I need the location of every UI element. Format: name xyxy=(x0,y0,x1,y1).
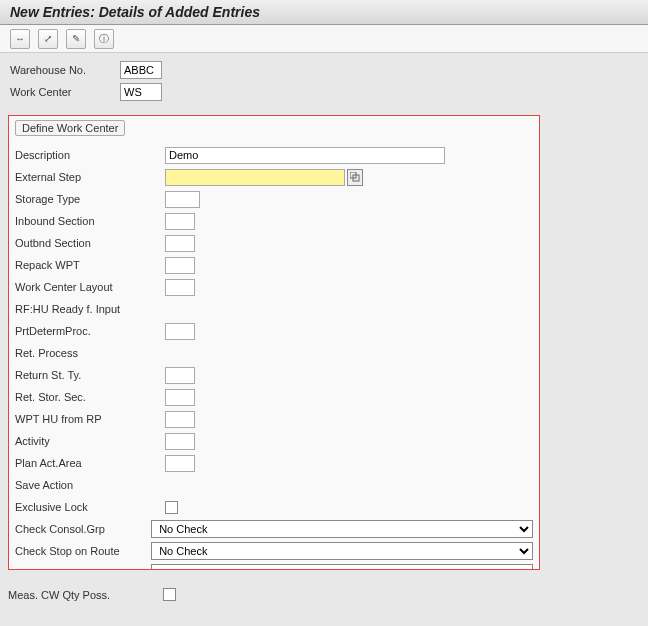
wpt-hu-from-rp-input[interactable] xyxy=(165,411,195,428)
wpt-hu-from-rp-label: WPT HU from RP xyxy=(15,413,165,425)
check-stop-route-label: Check Stop on Route xyxy=(15,545,151,557)
warehouse-label: Warehouse No. xyxy=(10,64,120,76)
exclusive-lock-checkbox[interactable] xyxy=(165,501,178,514)
ret-stor-sec-input[interactable] xyxy=(165,389,195,406)
prtdetermproc-label: PrtDetermProc. xyxy=(15,325,165,337)
workcenter-label: Work Center xyxy=(10,86,120,98)
check-stop-route-select[interactable]: No Check xyxy=(151,542,533,560)
meas-cw-qty-label: Meas. CW Qty Poss. xyxy=(8,589,163,601)
rfhu-ready-label: RF:HU Ready f. Input xyxy=(15,303,165,315)
external-step-input[interactable] xyxy=(165,169,345,186)
description-label: Description xyxy=(15,149,165,161)
return-st-ty-input[interactable] xyxy=(165,367,195,384)
external-step-label: External Step xyxy=(15,171,165,183)
page-title: New Entries: Details of Added Entries xyxy=(0,0,648,25)
search-help-icon[interactable] xyxy=(347,169,363,186)
meas-cw-qty-checkbox[interactable] xyxy=(163,588,176,601)
plan-act-area-label: Plan Act.Area xyxy=(15,457,165,469)
repack-allow-select[interactable]: Repacking Active WT Not Allowed xyxy=(151,564,533,570)
plan-act-area-input[interactable] xyxy=(165,455,195,472)
toolbar-info-button[interactable]: ⓘ xyxy=(94,29,114,49)
exclusive-lock-label: Exclusive Lock xyxy=(15,501,165,513)
toolbar-expand-button[interactable]: ⤢ xyxy=(38,29,58,49)
wc-layout-label: Work Center Layout xyxy=(15,281,165,293)
description-input[interactable] xyxy=(165,147,445,164)
check-consol-grp-label: Check Consol.Grp xyxy=(15,523,151,535)
repack-wpt-input[interactable] xyxy=(165,257,195,274)
toolbar-delimit-button[interactable]: ✎ xyxy=(66,29,86,49)
workcenter-input[interactable] xyxy=(120,83,162,101)
outbnd-section-input[interactable] xyxy=(165,235,195,252)
frame-title: Define Work Center xyxy=(15,120,125,136)
define-work-center-frame: Define Work Center Description External … xyxy=(8,115,540,570)
wc-layout-input[interactable] xyxy=(165,279,195,296)
header-fields: Warehouse No. Work Center xyxy=(0,53,648,109)
inbound-section-input[interactable] xyxy=(165,213,195,230)
activity-input[interactable] xyxy=(165,433,195,450)
storage-type-input[interactable] xyxy=(165,191,200,208)
check-consol-grp-select[interactable]: No Check xyxy=(151,520,533,538)
toolbar-toggle-button[interactable]: ↔ xyxy=(10,29,30,49)
return-st-ty-label: Return St. Ty. xyxy=(15,369,165,381)
inbound-section-label: Inbound Section xyxy=(15,215,165,227)
repack-wpt-label: Repack WPT xyxy=(15,259,165,271)
toolbar: ↔ ⤢ ✎ ⓘ xyxy=(0,25,648,53)
prtdetermproc-input[interactable] xyxy=(165,323,195,340)
ret-stor-sec-label: Ret. Stor. Sec. xyxy=(15,391,165,403)
ret-process-label: Ret. Process xyxy=(15,347,165,359)
repack-allow-label: Repack Allow. WTs xyxy=(15,567,151,570)
outbnd-section-label: Outbnd Section xyxy=(15,237,165,249)
storage-type-label: Storage Type xyxy=(15,193,165,205)
warehouse-input[interactable] xyxy=(120,61,162,79)
save-action-label: Save Action xyxy=(15,479,165,491)
activity-label: Activity xyxy=(15,435,165,447)
